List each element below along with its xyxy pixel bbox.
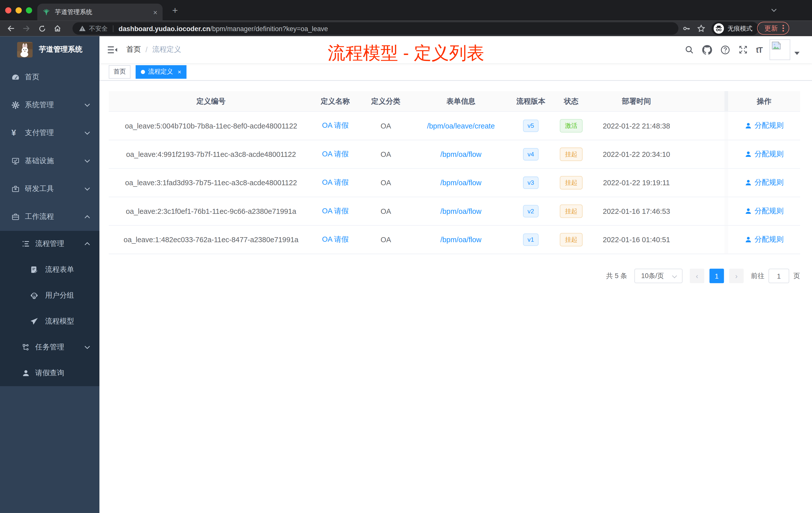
sidebar-item-label: 工作流程: [25, 212, 54, 221]
minimize-window-button[interactable]: [16, 7, 22, 13]
table-row: oa_leave:1:482ec033-762a-11ec-8477-a2380…: [109, 225, 800, 254]
fixed-column-divider: [724, 197, 728, 225]
sidebar-item-task-management[interactable]: 任务管理: [0, 334, 99, 360]
assign-rule-button[interactable]: 分配规则: [745, 178, 784, 187]
robot-icon: [30, 292, 38, 300]
sidebar-item-leave-query[interactable]: 请假查询: [0, 360, 99, 386]
browser-tab[interactable]: 芋道管理系统 ×: [37, 3, 163, 21]
toolbox-icon: [11, 185, 20, 193]
sidebar-item-label: 研发工具: [25, 184, 54, 193]
search-icon[interactable]: [685, 45, 694, 54]
star-icon[interactable]: [697, 24, 705, 33]
sidebar-item-home[interactable]: 首页: [0, 63, 99, 91]
gauge-icon: [11, 73, 20, 81]
current-page-button[interactable]: 1: [709, 269, 724, 283]
font-size-icon[interactable]: tT: [756, 45, 762, 54]
assign-rule-button[interactable]: 分配规则: [745, 121, 784, 130]
incognito-badge: 无痕模式: [712, 22, 759, 35]
caret-down-icon[interactable]: [794, 52, 800, 55]
assign-rule-button[interactable]: 分配规则: [745, 235, 784, 244]
sidebar-item-process-form[interactable]: 流程表单: [0, 257, 99, 282]
avatar[interactable]: [770, 39, 790, 60]
close-tab-icon[interactable]: ×: [153, 8, 157, 16]
url-path: /bpm/manager/definition?key=oa_leave: [210, 25, 328, 32]
app-shell: 芋道管理系统 首页 系统管理 ¥ 支付管理: [0, 36, 812, 513]
form-link[interactable]: /bpm/oa/flow: [440, 207, 482, 215]
prev-page-button[interactable]: ‹: [690, 269, 704, 283]
home-icon[interactable]: [50, 24, 65, 33]
assign-rule-button[interactable]: 分配规则: [745, 207, 784, 216]
next-page-button[interactable]: ›: [729, 269, 744, 283]
security-label[interactable]: 不安全: [89, 24, 108, 33]
form-link[interactable]: /bpm/oa/flow: [440, 179, 482, 187]
assign-rule-button[interactable]: 分配规则: [745, 150, 784, 159]
person-icon: [745, 179, 752, 186]
status-badge: 挂起: [560, 176, 583, 189]
sidebar-item-payment[interactable]: ¥ 支付管理: [0, 119, 99, 147]
definition-name-link[interactable]: OA 请假: [322, 121, 348, 130]
zoom-window-button[interactable]: [26, 7, 32, 13]
breadcrumb-current: 流程定义: [152, 45, 181, 54]
form-link[interactable]: /bpm/oa/flow: [440, 150, 482, 158]
column-header: 定义名称: [313, 91, 357, 111]
new-tab-button[interactable]: +: [169, 4, 181, 17]
version-badge: v4: [523, 148, 539, 161]
table-header-row: 定义编号 定义名称 定义分类 表单信息 流程版本 状态 部署时间 操作: [109, 91, 800, 112]
help-icon[interactable]: [720, 45, 730, 55]
sidebar-item-user-group[interactable]: 用户分组: [0, 282, 99, 308]
sidebar-logo: 芋道管理系统: [0, 36, 99, 63]
definition-table: 定义编号 定义名称 定义分类 表单信息 流程版本 状态 部署时间 操作 oa_l…: [109, 91, 800, 254]
version-badge: v2: [523, 205, 539, 218]
status-badge: 挂起: [560, 148, 583, 161]
sidebar-item-infrastructure[interactable]: 基础设施: [0, 147, 99, 175]
action-label: 分配规则: [754, 121, 784, 130]
form-link[interactable]: /bpm/oa/flow: [440, 235, 482, 244]
sidebar-item-label: 任务管理: [35, 342, 64, 352]
definition-category: OA: [357, 140, 414, 168]
sidebar-item-process-model[interactable]: 流程模型: [0, 308, 99, 334]
sidebar-item-system[interactable]: 系统管理: [0, 91, 99, 119]
fixed-column-divider: [724, 112, 728, 140]
yen-icon: ¥: [11, 129, 20, 137]
warning-icon: [79, 25, 86, 32]
key-icon[interactable]: [683, 24, 691, 33]
definition-category: OA: [357, 112, 414, 140]
goto-page-input[interactable]: [768, 269, 789, 283]
incognito-label: 无痕模式: [728, 24, 753, 33]
tag-label: 流程定义: [148, 67, 173, 76]
definition-name-link[interactable]: OA 请假: [322, 235, 348, 244]
github-icon[interactable]: [702, 45, 712, 55]
fullscreen-icon[interactable]: [738, 45, 748, 54]
definition-name-link[interactable]: OA 请假: [322, 207, 348, 216]
pagination: 共 5 条 10条/页 ‹ 1 › 前往 页: [109, 269, 800, 283]
tag-process-definition[interactable]: 流程定义 ×: [136, 65, 186, 79]
table-row: oa_leave:5:004b710b-7b8a-11ec-8ef0-acde4…: [109, 112, 800, 140]
sidebar-item-devtools[interactable]: 研发工具: [0, 175, 99, 203]
hamburger-icon[interactable]: [99, 36, 125, 63]
app-title: 芋道管理系统: [39, 45, 82, 54]
close-tag-icon[interactable]: ×: [177, 68, 181, 75]
gear-icon: [11, 101, 20, 109]
deploy-time: 2022-01-22 20:34:10: [588, 140, 685, 168]
address-bar[interactable]: 不安全 dashboard.yudao.iocoder.cn/bpm/manag…: [72, 22, 678, 35]
tab-search-chevron-icon[interactable]: [771, 7, 777, 13]
breadcrumb-home[interactable]: 首页: [126, 45, 141, 54]
definition-name-link[interactable]: OA 请假: [322, 150, 348, 159]
navbar-actions: tT: [676, 36, 800, 63]
action-label: 分配规则: [754, 150, 784, 159]
definition-name-link[interactable]: OA 请假: [322, 178, 348, 187]
kebab-menu-icon[interactable]: [782, 25, 784, 32]
forward-icon[interactable]: [19, 24, 34, 33]
back-icon[interactable]: [3, 24, 19, 33]
form-link[interactable]: /bpm/oa/leave/create: [427, 122, 495, 130]
sidebar-item-workflow[interactable]: 工作流程: [0, 203, 99, 231]
tag-home[interactable]: 首页: [109, 65, 130, 79]
monitor-icon: [11, 157, 20, 165]
browser-update-button[interactable]: 更新: [757, 22, 789, 35]
person-icon: [745, 208, 752, 215]
sidebar-item-process-management[interactable]: 流程管理: [0, 231, 99, 257]
page-size-select[interactable]: 10条/页: [635, 269, 683, 283]
breadcrumb-separator: /: [146, 46, 148, 54]
reload-icon[interactable]: [34, 25, 50, 32]
close-window-button[interactable]: [5, 7, 11, 13]
